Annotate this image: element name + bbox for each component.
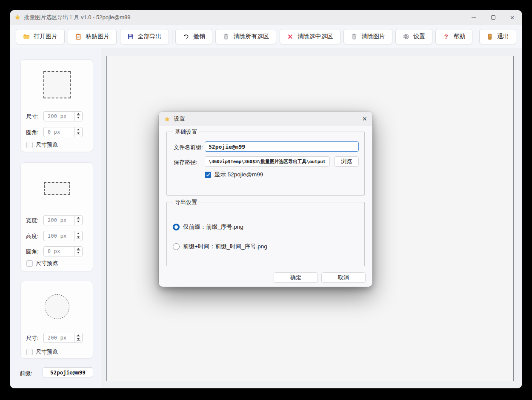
- spinner: [74, 247, 82, 256]
- radio-unselected-icon: [173, 243, 180, 250]
- clear-selected-selection-button[interactable]: 清除选中选区: [280, 29, 340, 44]
- width-stepper[interactable]: [43, 215, 83, 225]
- clear-all-selections-button[interactable]: 清除所有选区: [215, 29, 276, 44]
- up-arrow-icon: [77, 248, 80, 250]
- spinner: [74, 216, 82, 225]
- toolbar-button-label: 退出: [497, 33, 509, 40]
- spinner: [74, 127, 82, 137]
- close-icon: ×: [510, 14, 515, 21]
- export-all-button[interactable]: 全部导出: [120, 29, 169, 44]
- prefix-time-label: 前缀+时间：前缀_时间_序号.png: [183, 243, 267, 250]
- rect-selection-shape[interactable]: [44, 182, 70, 195]
- spinner: [74, 231, 82, 241]
- size-preview-checkbox[interactable]: [26, 260, 33, 267]
- size-preview-checkbox-row: 尺寸预览: [26, 260, 58, 267]
- size-label: 尺寸:: [26, 334, 39, 342]
- spin-down-button[interactable]: [75, 132, 81, 136]
- settings-button[interactable]: 设置: [395, 29, 432, 44]
- cancel-button[interactable]: 取消: [321, 272, 366, 283]
- spin-down-button[interactable]: [75, 338, 81, 342]
- circle-selection-shape[interactable]: [45, 294, 69, 319]
- check-icon: [206, 173, 210, 177]
- size-stepper[interactable]: [43, 111, 83, 121]
- up-arrow-icon: [77, 217, 80, 219]
- paste-image-button[interactable]: 粘贴图片: [68, 29, 117, 44]
- ok-button-label: 确定: [290, 274, 301, 282]
- toolbar-button-label: 清除图片: [361, 33, 385, 40]
- size-preview-label: 尺寸预览: [36, 141, 58, 149]
- minimize-button[interactable]: [464, 10, 483, 25]
- undo-icon: [183, 33, 189, 40]
- dialog-star-icon: ★: [164, 116, 170, 122]
- height-stepper[interactable]: [43, 231, 83, 241]
- folder-open-icon: [23, 33, 30, 40]
- settings-dialog: ★ 设置 × 基础设置 文件名前缀: 保存路径: 浏览 显示 52pojie@m…: [159, 112, 372, 287]
- save-path-input[interactable]: [205, 156, 330, 167]
- spin-down-button[interactable]: [75, 236, 81, 240]
- close-button[interactable]: ×: [503, 10, 522, 25]
- up-arrow-icon: [77, 334, 80, 336]
- radio-selected-icon: [173, 224, 180, 230]
- open-image-button[interactable]: 打开图片: [16, 29, 65, 44]
- up-arrow-icon: [77, 113, 80, 115]
- spin-up-button[interactable]: [75, 247, 81, 251]
- prefix-input[interactable]: [43, 367, 93, 377]
- dialog-close-button[interactable]: ×: [362, 115, 367, 123]
- app-star-icon: ★: [14, 14, 20, 21]
- question-icon: ?: [443, 33, 449, 40]
- show-watermark-checkbox[interactable]: [205, 172, 211, 178]
- size-preview-label: 尺寸预览: [36, 348, 58, 356]
- down-arrow-icon: [77, 221, 80, 222]
- corner-radius-stepper[interactable]: [43, 127, 83, 137]
- browse-button[interactable]: 浏览: [334, 156, 359, 167]
- clipboard-paste-icon: [75, 33, 82, 40]
- width-input[interactable]: [44, 216, 74, 225]
- spin-up-button[interactable]: [75, 112, 81, 116]
- trash-icon: [223, 33, 229, 40]
- window-controls: ×: [464, 10, 522, 25]
- size-preview-checkbox[interactable]: [26, 142, 33, 148]
- size-input[interactable]: [44, 112, 74, 121]
- spin-up-button[interactable]: [75, 232, 81, 236]
- toolbar: 打开图片 粘贴图片 全部导出 撤销 清除所有选区: [10, 25, 522, 48]
- maximize-button[interactable]: [483, 10, 503, 25]
- spin-up-button[interactable]: [75, 216, 81, 220]
- ok-button[interactable]: 确定: [274, 272, 318, 283]
- help-button[interactable]: ? 帮助: [435, 29, 472, 44]
- toolbar-button-label: 清除所有选区: [233, 33, 269, 40]
- corner-radius-input[interactable]: [44, 247, 74, 256]
- up-arrow-icon: [77, 233, 80, 234]
- toolbar-button-label: 撤销: [193, 33, 205, 40]
- down-arrow-icon: [77, 236, 80, 238]
- spin-up-button[interactable]: [75, 334, 81, 338]
- size-stepper[interactable]: [43, 333, 83, 343]
- toolbar-button-label: 帮助: [453, 33, 465, 40]
- red-x-icon: [287, 33, 294, 40]
- prefix-only-option[interactable]: 仅前缀：前缀_序号.png: [173, 223, 243, 231]
- size-input[interactable]: [44, 333, 74, 342]
- spin-down-button[interactable]: [75, 220, 81, 224]
- up-arrow-icon: [77, 129, 80, 130]
- clear-image-button[interactable]: 清除图片: [343, 29, 392, 44]
- prefix-time-option[interactable]: 前缀+时间：前缀_时间_序号.png: [173, 243, 267, 250]
- save-all-icon: [127, 33, 134, 40]
- filename-prefix-label: 文件名前缀:: [174, 144, 203, 151]
- corner-radius-input[interactable]: [44, 127, 74, 137]
- spin-down-button[interactable]: [75, 116, 81, 120]
- square-selection-shape[interactable]: [43, 71, 71, 98]
- toolbar-button-label: 全部导出: [138, 33, 162, 40]
- filename-prefix-input[interactable]: [205, 141, 359, 152]
- spin-up-button[interactable]: [75, 128, 81, 132]
- corner-radius-stepper[interactable]: [43, 246, 83, 256]
- dialog-title: 设置: [174, 115, 185, 123]
- spin-down-button[interactable]: [75, 251, 81, 255]
- down-arrow-icon: [77, 132, 80, 134]
- size-label: 尺寸:: [26, 113, 39, 121]
- height-input[interactable]: [44, 231, 74, 241]
- size-preview-checkbox[interactable]: [26, 349, 33, 355]
- undo-button[interactable]: 撤销: [175, 29, 212, 44]
- exit-button[interactable]: 退出: [479, 29, 516, 44]
- size-preview-checkbox-row: 尺寸预览: [26, 141, 58, 148]
- height-label: 高度:: [26, 233, 39, 240]
- prefix-only-label: 仅前缀：前缀_序号.png: [183, 223, 243, 231]
